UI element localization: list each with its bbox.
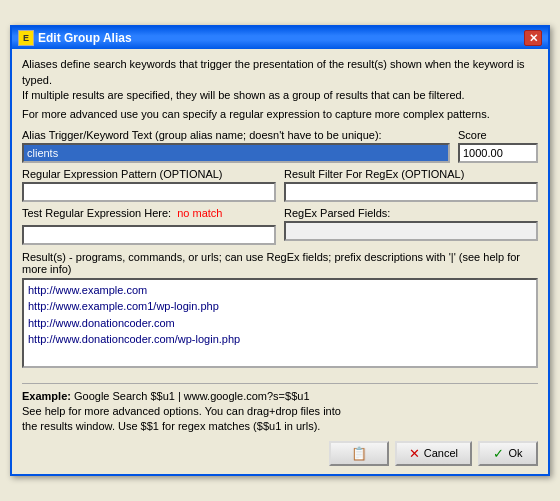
cancel-label: Cancel bbox=[424, 447, 458, 459]
title-icon: E bbox=[18, 30, 34, 46]
regex-parsed-input bbox=[284, 221, 538, 241]
paste-button[interactable]: 📋 bbox=[329, 441, 389, 466]
result-item-3: http://www.donationcoder.com bbox=[28, 315, 532, 332]
test-parsed-row: Test Regular Expression Here: no match R… bbox=[22, 207, 538, 245]
regex-col: Regular Expression Pattern (OPTIONAL) bbox=[22, 168, 276, 202]
close-button[interactable]: ✕ bbox=[524, 30, 542, 46]
bottom-line2: See help for more advanced options. You … bbox=[22, 405, 341, 417]
edit-group-alias-window: E Edit Group Alias ✕ Aliases define sear… bbox=[10, 25, 550, 476]
ok-label: Ok bbox=[508, 447, 522, 459]
score-input[interactable] bbox=[458, 143, 538, 163]
result-filter-label: Result Filter For RegEx (OPTIONAL) bbox=[284, 168, 538, 180]
alias-input[interactable] bbox=[22, 143, 450, 163]
regex-input[interactable] bbox=[22, 182, 276, 202]
title-bar-left: E Edit Group Alias bbox=[18, 30, 132, 46]
alias-score-row: Alias Trigger/Keyword Text (group alias … bbox=[22, 129, 538, 163]
test-label: Test Regular Expression Here: bbox=[22, 207, 171, 219]
result-item-2: http://www.example.com1/wp-login.php bbox=[28, 298, 532, 315]
example-text-block: Example: Google Search $$u1 | www.google… bbox=[22, 389, 538, 435]
results-area[interactable]: http://www.example.com http://www.exampl… bbox=[22, 278, 538, 368]
example-content: Google Search $$u1 | www.google.com?s=$$… bbox=[71, 390, 310, 402]
regex-label: Regular Expression Pattern (OPTIONAL) bbox=[22, 168, 276, 180]
result-item-4: http://www.donationcoder.com/wp-login.ph… bbox=[28, 331, 532, 348]
ok-icon: ✓ bbox=[493, 446, 504, 461]
test-input[interactable] bbox=[22, 225, 276, 245]
dialog-content: Aliases define search keywords that trig… bbox=[12, 49, 548, 474]
test-col: Test Regular Expression Here: no match bbox=[22, 207, 276, 245]
bottom-line3: the results window. Use $$1 for regex ma… bbox=[22, 420, 320, 432]
parsed-col: RegEx Parsed Fields: bbox=[284, 207, 538, 245]
regex-filter-row: Regular Expression Pattern (OPTIONAL) Re… bbox=[22, 168, 538, 202]
desc-line2: If multiple results are specified, they … bbox=[22, 88, 538, 103]
result-filter-input[interactable] bbox=[284, 182, 538, 202]
ok-button[interactable]: ✓ Ok bbox=[478, 441, 538, 466]
score-col: Score bbox=[458, 129, 538, 163]
test-row-inner: Test Regular Expression Here: no match bbox=[22, 207, 276, 219]
window-title: Edit Group Alias bbox=[38, 31, 132, 45]
bottom-section: Example: Google Search $$u1 | www.google… bbox=[22, 374, 538, 466]
no-match-status: no match bbox=[177, 207, 222, 219]
desc-line1: Aliases define search keywords that trig… bbox=[22, 57, 538, 88]
paste-icon: 📋 bbox=[351, 446, 367, 461]
desc-line4: For more advanced use you can specify a … bbox=[22, 107, 538, 122]
regex-parsed-label: RegEx Parsed Fields: bbox=[284, 207, 538, 219]
alias-label: Alias Trigger/Keyword Text (group alias … bbox=[22, 129, 450, 141]
score-label: Score bbox=[458, 129, 538, 141]
description-block: Aliases define search keywords that trig… bbox=[22, 57, 538, 123]
alias-col: Alias Trigger/Keyword Text (group alias … bbox=[22, 129, 450, 163]
example-bold: Example: bbox=[22, 390, 71, 402]
button-row: 📋 ✕ Cancel ✓ Ok bbox=[22, 441, 538, 466]
result-filter-col: Result Filter For RegEx (OPTIONAL) bbox=[284, 168, 538, 202]
title-bar: E Edit Group Alias ✕ bbox=[12, 27, 548, 49]
divider bbox=[22, 383, 538, 384]
cancel-icon: ✕ bbox=[409, 446, 420, 461]
cancel-button[interactable]: ✕ Cancel bbox=[395, 441, 472, 466]
result-item-1: http://www.example.com bbox=[28, 282, 532, 299]
results-label: Result(s) - programs, commands, or urls;… bbox=[22, 251, 538, 275]
